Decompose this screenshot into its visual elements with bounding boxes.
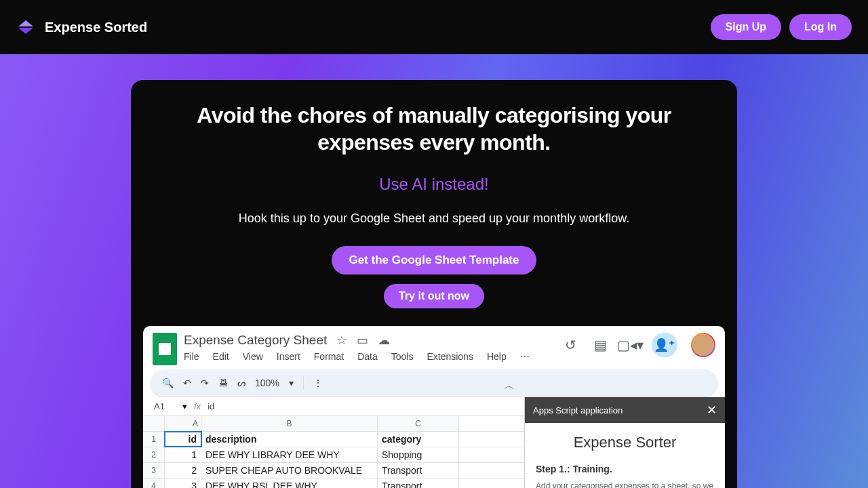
menu-view[interactable]: View [243, 351, 263, 362]
close-icon[interactable]: ✕ [707, 403, 717, 418]
undo-icon[interactable]: ↶ [183, 378, 191, 388]
avatar[interactable] [691, 333, 715, 357]
menu-file[interactable]: File [184, 351, 199, 362]
cell-reference[interactable]: A1 [150, 400, 182, 413]
row-number[interactable]: 2 [143, 447, 165, 462]
logo-area[interactable]: Expense Sorted [16, 18, 147, 37]
panel-header: Apps Script application ✕ [525, 397, 725, 423]
cell[interactable]: 2 [165, 463, 201, 478]
panel-header-title: Apps Script application [533, 405, 623, 415]
brand-name: Expense Sorted [45, 20, 147, 35]
cell-ref-dropdown-icon[interactable]: ▾ [182, 401, 187, 411]
spreadsheet-area: A1 ▾ fx id A B C 1 [143, 397, 524, 488]
cell[interactable]: category [378, 432, 459, 447]
collapse-toolbar-icon[interactable]: ︿ [504, 379, 515, 393]
column-header[interactable]: A [165, 416, 201, 431]
fx-label: fx [194, 401, 201, 411]
menu-format[interactable]: Format [314, 351, 344, 362]
cell[interactable]: id [165, 432, 201, 447]
data-grid[interactable]: A B C 1 id description category 2 1 [143, 416, 524, 488]
star-icon[interactable]: ☆ [336, 333, 347, 348]
row-number[interactable]: 3 [143, 463, 165, 478]
share-button[interactable]: 👤⁺ [652, 333, 677, 357]
cell[interactable]: SUPER CHEAP AUTO BROOKVALE [201, 463, 378, 478]
hero-card: Avoid the chores of manually categorisin… [131, 80, 737, 488]
menu-edit[interactable]: Edit [213, 351, 229, 362]
hero-description: Hook this up to your Google Sheet and sp… [147, 211, 721, 226]
menu-help[interactable]: Help [487, 351, 507, 362]
panel-step-heading: Step 1.: Training. [536, 464, 714, 474]
get-template-button[interactable]: Get the Google Sheet Template [332, 246, 537, 274]
comment-icon[interactable]: ▤ [592, 337, 608, 353]
cell[interactable]: DEE WHY LIBRARY DEE WHY [201, 447, 378, 462]
signup-button[interactable]: Sign Up [711, 14, 781, 40]
sheets-app-icon [153, 333, 177, 365]
folder-move-icon[interactable]: ▭ [357, 333, 368, 348]
hero-title: Avoid the chores of manually categorisin… [147, 102, 721, 156]
header-actions: Sign Up Log In [711, 14, 852, 40]
history-icon[interactable]: ↺ [562, 337, 578, 353]
hero-subtitle: Use AI instead! [147, 175, 721, 194]
column-header[interactable]: B [201, 416, 378, 431]
row-number[interactable]: 4 [143, 479, 165, 488]
paint-format-icon[interactable]: ᔕ [237, 378, 245, 388]
menu-extensions[interactable]: Extensions [427, 351, 473, 362]
more-tools-icon[interactable]: ⋮ [313, 378, 323, 388]
redo-icon[interactable]: ↷ [201, 378, 209, 388]
formula-value[interactable]: id [208, 401, 214, 411]
sheets-mockup: Expense Category Sheet ☆ ▭ ☁ File Edit V… [143, 326, 725, 488]
login-button[interactable]: Log In [789, 14, 852, 40]
document-title[interactable]: Expense Category Sheet [184, 333, 327, 348]
menu-insert[interactable]: Insert [277, 351, 300, 362]
cell[interactable]: Transport [378, 463, 459, 478]
cell[interactable]: 3 [165, 479, 201, 488]
format-toolbar: 🔍 ↶ ↷ 🖶 ᔕ 100% ▾ ⋮ [150, 369, 718, 397]
panel-title: Expense Sorter [536, 434, 714, 451]
doc-toolbar-right: ↺ ▤ ▢◂▾ 👤⁺ [562, 333, 715, 357]
site-header: Expense Sorted Sign Up Log In [0, 0, 868, 54]
print-icon[interactable]: 🖶 [218, 378, 228, 388]
row-number[interactable]: 1 [143, 432, 165, 447]
formula-bar: A1 ▾ fx id [143, 397, 524, 416]
cell[interactable]: DEE WHY RSL DEE WHY [201, 479, 378, 488]
corner-cell[interactable] [143, 416, 165, 431]
column-header[interactable]: C [378, 416, 459, 431]
cta-group: Get the Google Sheet Template Try it out… [147, 246, 721, 308]
menu-bar: File Edit View Insert Format Data Tools … [184, 351, 562, 362]
menu-data[interactable]: Data [357, 351, 378, 362]
cloud-status-icon[interactable]: ☁ [378, 333, 390, 348]
zoom-level[interactable]: 100% [255, 378, 279, 388]
cell[interactable]: Transport [378, 479, 459, 488]
cell[interactable]: Shopping [378, 447, 459, 462]
menu-tools[interactable]: Tools [391, 351, 414, 362]
cell[interactable]: description [201, 432, 378, 447]
brand-logo-icon [16, 18, 35, 37]
try-now-button[interactable]: Try it out now [384, 284, 484, 308]
apps-script-panel: Apps Script application ✕ Expense Sorter… [524, 397, 725, 488]
main-content: Avoid the chores of manually categorisin… [0, 54, 868, 488]
cell[interactable]: 1 [165, 447, 201, 462]
zoom-dropdown-icon[interactable]: ▾ [289, 378, 294, 388]
panel-step-description: Add your categorised expenses to a sheet… [536, 480, 714, 488]
search-icon[interactable]: 🔍 [162, 378, 174, 388]
sheet-header: Expense Category Sheet ☆ ▭ ☁ File Edit V… [143, 326, 725, 365]
menu-more[interactable]: ⋯ [520, 351, 530, 362]
meet-icon[interactable]: ▢◂▾ [622, 337, 638, 353]
